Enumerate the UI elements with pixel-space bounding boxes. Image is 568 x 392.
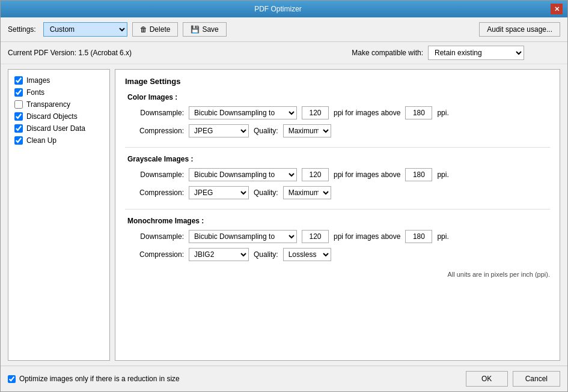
gray-ppi-above-text: ppi for images above <box>334 170 400 179</box>
delete-label: Delete <box>150 25 171 34</box>
bottom-bar: Optimize images only if there is a reduc… <box>1 366 567 391</box>
make-compatible-select[interactable]: Retain existing Acrobat 4.0 and later Ac… <box>428 46 524 60</box>
mono-compression-row: Compression: JBIG2 ZIP CCITT Group 4 Non… <box>130 248 550 261</box>
clean-up-label: Clean Up <box>26 136 56 145</box>
gray-quality-select[interactable]: Maximum High Medium Low Minimum <box>283 186 331 199</box>
color-ppi-unit: ppi. <box>437 109 448 117</box>
main-content: Images Fonts Transparency Discard Object… <box>1 64 567 366</box>
gray-downsample-label: Downsample: <box>130 170 184 179</box>
mono-quality-label: Quality: <box>254 250 278 259</box>
units-note: All units are in pixels per inch (ppi). <box>125 271 550 278</box>
color-compression-select[interactable]: JPEG JPEG2000 ZIP None <box>189 124 249 137</box>
color-images-title: Color Images : <box>127 93 550 101</box>
grayscale-images-title: Grayscale Images : <box>127 155 550 163</box>
grayscale-images-section: Grayscale Images : Downsample: Bicubic D… <box>125 155 550 199</box>
mono-downsample-row: Downsample: Bicubic Downsampling to Aver… <box>130 230 550 243</box>
ok-button[interactable]: OK <box>466 371 508 387</box>
color-downsample-ppi-input[interactable] <box>302 106 329 119</box>
pdf-version-text: Current PDF Version: 1.5 (Acrobat 6.x) <box>8 49 132 57</box>
fonts-label: Fonts <box>26 88 44 97</box>
sidebar-item-transparency: Transparency <box>13 98 105 110</box>
sidebar-item-discard-user-data: Discard User Data <box>13 122 105 134</box>
sidebar-item-discard-objects: Discard Objects <box>13 110 105 122</box>
mono-downsample-select[interactable]: Bicubic Downsampling to Average Downsamp… <box>189 230 297 243</box>
mono-ppi-above-input[interactable] <box>405 230 432 243</box>
color-images-section: Color Images : Downsample: Bicubic Downs… <box>125 93 550 137</box>
make-compatible-group: Make compatible with: Retain existing Ac… <box>352 46 524 60</box>
save-label: Save <box>202 25 218 34</box>
monochrome-images-title: Monochrome Images : <box>127 217 550 225</box>
mono-ppi-above-text: ppi for images above <box>334 232 400 241</box>
gray-downsample-select[interactable]: Bicubic Downsampling to Average Downsamp… <box>189 168 297 181</box>
settings-select[interactable]: Custom <box>43 22 127 37</box>
divider-2 <box>125 209 550 210</box>
gray-compression-select[interactable]: JPEG JPEG2000 ZIP None <box>189 186 249 199</box>
cancel-button[interactable]: Cancel <box>513 371 560 387</box>
color-quality-select[interactable]: Maximum High Medium Low Minimum <box>283 124 331 137</box>
mono-downsample-label: Downsample: <box>130 232 184 241</box>
title-bar: PDF Optimizer ✕ <box>1 1 567 17</box>
save-button[interactable]: 💾 Save <box>183 22 226 37</box>
mono-downsample-ppi-input[interactable] <box>302 230 329 243</box>
discard-objects-label: Discard Objects <box>26 112 78 121</box>
color-ppi-above-input[interactable] <box>405 106 432 119</box>
settings-label: Settings: <box>8 25 36 34</box>
sidebar-item-fonts: Fonts <box>13 86 105 98</box>
mono-compression-label: Compression: <box>130 250 184 259</box>
image-settings-title: Image Settings <box>125 77 550 86</box>
color-ppi-above-text: ppi for images above <box>334 109 400 117</box>
color-downsample-select[interactable]: Bicubic Downsampling to Average Downsamp… <box>189 106 297 119</box>
clean-up-checkbox[interactable] <box>14 136 23 145</box>
gray-ppi-above-input[interactable] <box>405 168 432 181</box>
gray-compression-row: Compression: JPEG JPEG2000 ZIP None Qual… <box>130 186 550 199</box>
transparency-label: Transparency <box>26 100 70 109</box>
images-label: Images <box>26 76 50 85</box>
window-title: PDF Optimizer <box>5 5 551 13</box>
color-compression-label: Compression: <box>130 127 184 135</box>
gray-downsample-row: Downsample: Bicubic Downsampling to Aver… <box>130 168 550 181</box>
gray-ppi-unit: ppi. <box>437 170 448 179</box>
pdf-optimizer-window: PDF Optimizer ✕ Settings: Custom 🗑 Delet… <box>0 0 568 392</box>
mono-quality-select[interactable]: Lossless Lossy <box>283 248 331 261</box>
audit-button[interactable]: Audit space usage... <box>479 22 560 37</box>
delete-button[interactable]: 🗑 Delete <box>132 22 179 37</box>
discard-user-data-label: Discard User Data <box>26 124 85 133</box>
discard-user-data-checkbox[interactable] <box>14 124 23 133</box>
pdf-version-bar: Current PDF Version: 1.5 (Acrobat 6.x) M… <box>1 42 567 64</box>
optimize-label: Optimize images only if there is a reduc… <box>19 375 180 383</box>
transparency-checkbox[interactable] <box>14 100 23 109</box>
mono-compression-select[interactable]: JBIG2 ZIP CCITT Group 4 None <box>189 248 249 261</box>
sidebar-item-images: Images <box>13 74 105 86</box>
color-downsample-label: Downsample: <box>130 109 184 117</box>
trash-icon: 🗑 <box>140 25 147 34</box>
gray-downsample-ppi-input[interactable] <box>302 168 329 181</box>
content-area: Image Settings Color Images : Downsample… <box>115 69 560 361</box>
mono-ppi-unit: ppi. <box>437 232 448 241</box>
optimize-checkbox[interactable] <box>8 375 16 383</box>
optimize-checkbox-row: Optimize images only if there is a reduc… <box>8 375 180 383</box>
monochrome-images-section: Monochrome Images : Downsample: Bicubic … <box>125 217 550 261</box>
sidebar-item-clean-up: Clean Up <box>13 134 105 146</box>
divider-1 <box>125 147 550 148</box>
gray-quality-label: Quality: <box>254 188 278 197</box>
color-compression-row: Compression: JPEG JPEG2000 ZIP None Qual… <box>130 124 550 137</box>
sidebar: Images Fonts Transparency Discard Object… <box>8 69 110 361</box>
close-button[interactable]: ✕ <box>551 4 563 14</box>
dialog-buttons: OK Cancel <box>466 371 560 387</box>
color-quality-label: Quality: <box>254 127 278 135</box>
color-downsample-row: Downsample: Bicubic Downsampling to Aver… <box>130 106 550 119</box>
make-compatible-label: Make compatible with: <box>352 49 423 57</box>
save-icon: 💾 <box>191 25 200 34</box>
discard-objects-checkbox[interactable] <box>14 112 23 121</box>
gray-compression-label: Compression: <box>130 188 184 197</box>
fonts-checkbox[interactable] <box>14 88 23 97</box>
toolbar: Settings: Custom 🗑 Delete 💾 Save Audit s… <box>1 17 567 42</box>
images-checkbox[interactable] <box>14 76 23 85</box>
